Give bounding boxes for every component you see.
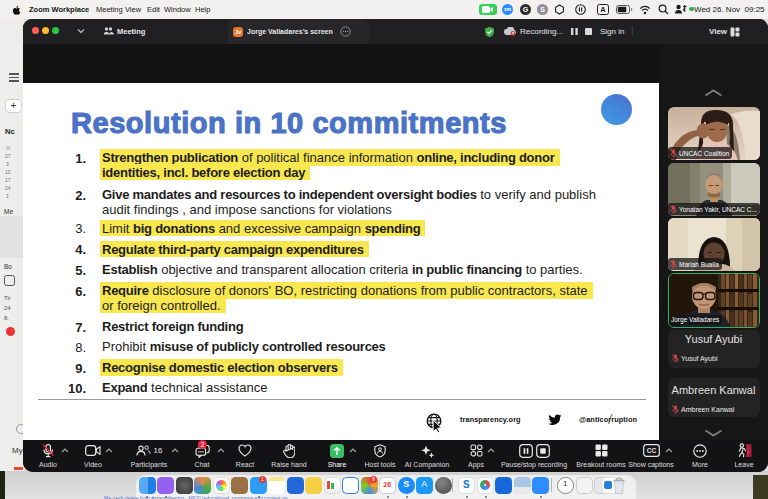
svg-text:CC: CC xyxy=(646,447,656,454)
